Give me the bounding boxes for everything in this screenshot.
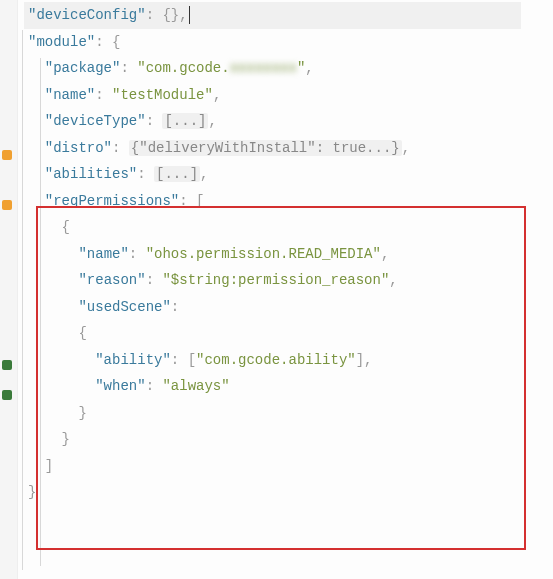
code-line: "ability": ["com.gcode.ability"], [28,347,553,374]
code-line: "deviceConfig": {}, [28,2,553,29]
json-key: "deviceType" [45,113,146,129]
folded-content[interactable]: [...] [162,113,208,129]
json-key: "reqPermissions" [45,193,179,209]
json-key: "reason" [78,272,145,288]
json-key: "name" [45,87,95,103]
gutter-marker [2,200,12,210]
json-key: "deviceConfig" [28,7,146,23]
json-key: "ability" [95,352,171,368]
json-key: "distro" [45,140,112,156]
code-line: "package": "com.gcode.xxxxxxxx", [28,55,553,82]
code-line: ] [28,453,553,480]
fold-guide [40,58,41,566]
folded-content[interactable]: {"deliveryWithInstall": true...} [129,140,402,156]
code-line: "name": "testModule", [28,82,553,109]
code-editor[interactable]: "deviceConfig": {}, "module": { "package… [0,0,553,506]
fold-guide [22,30,23,570]
code-line: } [28,479,553,506]
code-line: "usedScene": [28,294,553,321]
json-key: "usedScene" [78,299,170,315]
code-line: "module": { [28,29,553,56]
code-line: { [28,320,553,347]
code-line: "reason": "$string:permission_reason", [28,267,553,294]
code-line: } [28,400,553,427]
json-key: "package" [45,60,121,76]
folded-content[interactable]: [...] [154,166,200,182]
text-cursor [189,6,190,24]
code-line: "abilities": [...], [28,161,553,188]
json-key: "when" [95,378,145,394]
json-key: "abilities" [45,166,137,182]
code-line: "when": "always" [28,373,553,400]
code-line: "reqPermissions": [ [28,188,553,215]
gutter-marker [2,150,12,160]
redacted-text: xxxxxxxx [230,60,297,76]
code-line: "name": "ohos.permission.READ_MEDIA", [28,241,553,268]
gutter-marker [2,390,12,400]
editor-gutter [0,0,18,579]
gutter-marker [2,360,12,370]
json-key: "module" [28,34,95,50]
code-line: } [28,426,553,453]
code-line: { [28,214,553,241]
code-line: "deviceType": [...], [28,108,553,135]
json-key: "name" [78,246,128,262]
code-line: "distro": {"deliveryWithInstall": true..… [28,135,553,162]
